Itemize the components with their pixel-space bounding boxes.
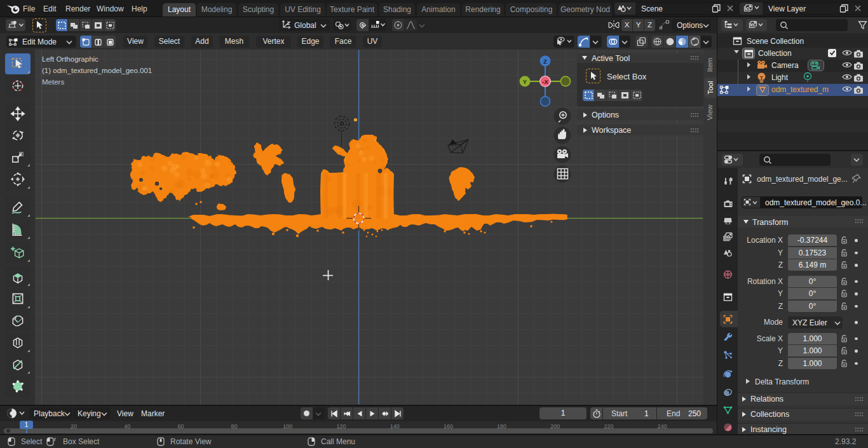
svg-text:-X: -X [542,78,548,85]
svg-text:Z: Z [543,58,547,65]
svg-text:Left Orthographic: Left Orthographic [42,55,98,63]
svg-text:(1) odm_textured_model_geo.001: (1) odm_textured_model_geo.001 [42,67,152,74]
svg-text:Meters: Meters [42,78,64,86]
svg-text:Y: Y [523,78,527,85]
